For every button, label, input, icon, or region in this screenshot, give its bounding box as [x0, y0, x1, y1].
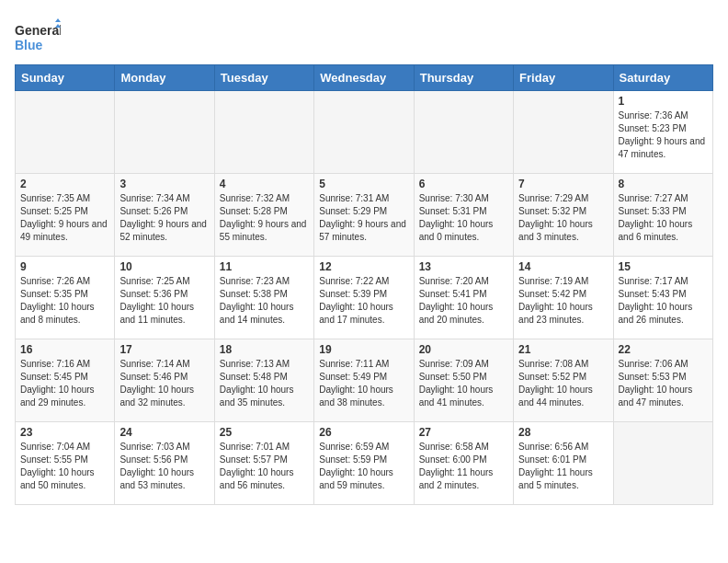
day-info: Sunrise: 6:59 AM Sunset: 5:59 PM Dayligh…: [319, 441, 408, 492]
day-number: 21: [518, 343, 608, 356]
day-number: 3: [119, 178, 209, 190]
weekday-header-friday: Friday: [514, 65, 613, 91]
calendar-cell: 6Sunrise: 7:30 AM Sunset: 5:31 PM Daylig…: [414, 174, 513, 257]
day-number: 25: [220, 426, 309, 439]
calendar-cell: 27Sunrise: 6:58 AM Sunset: 6:00 PM Dayli…: [414, 422, 513, 505]
day-info: Sunrise: 6:56 AM Sunset: 6:01 PM Dayligh…: [518, 441, 608, 492]
calendar-cell: [214, 91, 313, 174]
calendar-cell: 10Sunrise: 7:25 AM Sunset: 5:36 PM Dayli…: [115, 257, 214, 339]
calendar-cell: [414, 91, 513, 174]
calendar-cell: 21Sunrise: 7:08 AM Sunset: 5:52 PM Dayli…: [514, 339, 613, 422]
calendar-cell: [314, 91, 414, 174]
calendar-cell: 8Sunrise: 7:27 AM Sunset: 5:33 PM Daylig…: [613, 174, 712, 257]
svg-text:General: General: [15, 23, 61, 38]
calendar-cell: [514, 91, 613, 174]
weekday-header-row: SundayMondayTuesdayWednesdayThursdayFrid…: [16, 65, 713, 91]
calendar-cell: 14Sunrise: 7:19 AM Sunset: 5:42 PM Dayli…: [514, 257, 613, 339]
weekday-header-tuesday: Tuesday: [214, 65, 313, 91]
day-number: 24: [119, 426, 209, 439]
weekday-header-monday: Monday: [115, 65, 214, 91]
day-number: 1: [619, 95, 708, 108]
calendar-table: SundayMondayTuesdayWednesdayThursdayFrid…: [15, 64, 713, 505]
day-number: 18: [220, 343, 309, 356]
day-info: Sunrise: 7:34 AM Sunset: 5:26 PM Dayligh…: [119, 192, 209, 244]
day-info: Sunrise: 7:04 AM Sunset: 5:55 PM Dayligh…: [20, 441, 109, 492]
day-number: 20: [419, 343, 508, 356]
day-info: Sunrise: 7:11 AM Sunset: 5:49 PM Dayligh…: [319, 358, 408, 409]
day-number: 7: [518, 178, 608, 190]
day-number: 17: [119, 343, 209, 356]
day-info: Sunrise: 7:32 AM Sunset: 5:28 PM Dayligh…: [220, 192, 309, 244]
day-number: 16: [20, 343, 109, 356]
calendar-cell: 20Sunrise: 7:09 AM Sunset: 5:50 PM Dayli…: [414, 339, 513, 422]
day-info: Sunrise: 7:29 AM Sunset: 5:32 PM Dayligh…: [518, 192, 608, 244]
weekday-header-thursday: Thursday: [414, 65, 513, 91]
calendar-week-3: 9Sunrise: 7:26 AM Sunset: 5:35 PM Daylig…: [16, 257, 713, 339]
day-number: 10: [119, 260, 209, 273]
day-number: 26: [319, 426, 408, 439]
day-info: Sunrise: 7:31 AM Sunset: 5:29 PM Dayligh…: [319, 192, 408, 244]
day-number: 9: [20, 260, 109, 273]
calendar-cell: [115, 91, 214, 174]
calendar-cell: 18Sunrise: 7:13 AM Sunset: 5:48 PM Dayli…: [214, 339, 313, 422]
calendar-cell: 4Sunrise: 7:32 AM Sunset: 5:28 PM Daylig…: [214, 174, 313, 257]
calendar-cell: 24Sunrise: 7:03 AM Sunset: 5:56 PM Dayli…: [115, 422, 214, 505]
day-info: Sunrise: 7:27 AM Sunset: 5:33 PM Dayligh…: [619, 192, 708, 244]
page-header: General Blue: [15, 15, 713, 57]
calendar-cell: 23Sunrise: 7:04 AM Sunset: 5:55 PM Dayli…: [16, 422, 115, 505]
day-number: 15: [619, 260, 708, 273]
day-number: 2: [20, 178, 109, 190]
calendar-cell: 7Sunrise: 7:29 AM Sunset: 5:32 PM Daylig…: [514, 174, 613, 257]
calendar-cell: 13Sunrise: 7:20 AM Sunset: 5:41 PM Dayli…: [414, 257, 513, 339]
day-number: 5: [319, 178, 408, 190]
day-number: 27: [419, 426, 508, 439]
day-number: 6: [419, 178, 508, 190]
calendar-cell: 3Sunrise: 7:34 AM Sunset: 5:26 PM Daylig…: [115, 174, 214, 257]
weekday-header-sunday: Sunday: [16, 65, 115, 91]
calendar-cell: [613, 422, 712, 505]
calendar-week-2: 2Sunrise: 7:35 AM Sunset: 5:25 PM Daylig…: [16, 174, 713, 257]
day-info: Sunrise: 7:36 AM Sunset: 5:23 PM Dayligh…: [619, 109, 708, 161]
calendar-cell: 19Sunrise: 7:11 AM Sunset: 5:49 PM Dayli…: [314, 339, 414, 422]
calendar-cell: 15Sunrise: 7:17 AM Sunset: 5:43 PM Dayli…: [613, 257, 712, 339]
day-number: 19: [319, 343, 408, 356]
day-info: Sunrise: 7:08 AM Sunset: 5:52 PM Dayligh…: [518, 358, 608, 409]
calendar-cell: 9Sunrise: 7:26 AM Sunset: 5:35 PM Daylig…: [16, 257, 115, 339]
calendar-cell: 26Sunrise: 6:59 AM Sunset: 5:59 PM Dayli…: [314, 422, 414, 505]
weekday-header-saturday: Saturday: [613, 65, 712, 91]
day-info: Sunrise: 7:09 AM Sunset: 5:50 PM Dayligh…: [419, 358, 508, 409]
day-info: Sunrise: 7:30 AM Sunset: 5:31 PM Dayligh…: [419, 192, 508, 244]
day-info: Sunrise: 7:26 AM Sunset: 5:35 PM Dayligh…: [20, 275, 109, 327]
calendar-cell: 2Sunrise: 7:35 AM Sunset: 5:25 PM Daylig…: [16, 174, 115, 257]
calendar-cell: 25Sunrise: 7:01 AM Sunset: 5:57 PM Dayli…: [214, 422, 313, 505]
day-number: 4: [220, 178, 309, 190]
day-number: 23: [20, 426, 109, 439]
calendar-cell: 28Sunrise: 6:56 AM Sunset: 6:01 PM Dayli…: [514, 422, 613, 505]
day-number: 12: [319, 260, 408, 273]
svg-text:Blue: Blue: [15, 38, 43, 52]
calendar-week-1: 1Sunrise: 7:36 AM Sunset: 5:23 PM Daylig…: [16, 91, 713, 174]
day-number: 13: [419, 260, 508, 273]
calendar-week-5: 23Sunrise: 7:04 AM Sunset: 5:55 PM Dayli…: [16, 422, 713, 505]
day-info: Sunrise: 7:20 AM Sunset: 5:41 PM Dayligh…: [419, 275, 508, 327]
day-info: Sunrise: 7:14 AM Sunset: 5:46 PM Dayligh…: [119, 358, 209, 409]
calendar-cell: 5Sunrise: 7:31 AM Sunset: 5:29 PM Daylig…: [314, 174, 414, 257]
day-info: Sunrise: 7:01 AM Sunset: 5:57 PM Dayligh…: [220, 441, 309, 492]
day-info: Sunrise: 7:22 AM Sunset: 5:39 PM Dayligh…: [319, 275, 408, 327]
svg-marker-2: [55, 18, 61, 22]
calendar-cell: 22Sunrise: 7:06 AM Sunset: 5:53 PM Dayli…: [613, 339, 712, 422]
calendar-cell: [16, 91, 115, 174]
day-info: Sunrise: 7:13 AM Sunset: 5:48 PM Dayligh…: [220, 358, 309, 409]
calendar-cell: 11Sunrise: 7:23 AM Sunset: 5:38 PM Dayli…: [214, 257, 313, 339]
day-info: Sunrise: 6:58 AM Sunset: 6:00 PM Dayligh…: [419, 441, 508, 492]
day-info: Sunrise: 7:19 AM Sunset: 5:42 PM Dayligh…: [518, 275, 608, 327]
day-number: 8: [619, 178, 708, 190]
day-info: Sunrise: 7:06 AM Sunset: 5:53 PM Dayligh…: [619, 358, 708, 409]
weekday-header-wednesday: Wednesday: [314, 65, 414, 91]
calendar-cell: 16Sunrise: 7:16 AM Sunset: 5:45 PM Dayli…: [16, 339, 115, 422]
day-info: Sunrise: 7:17 AM Sunset: 5:43 PM Dayligh…: [619, 275, 708, 327]
day-number: 11: [220, 260, 309, 273]
calendar-cell: 17Sunrise: 7:14 AM Sunset: 5:46 PM Dayli…: [115, 339, 214, 422]
day-number: 28: [518, 426, 608, 439]
calendar-cell: 12Sunrise: 7:22 AM Sunset: 5:39 PM Dayli…: [314, 257, 414, 339]
